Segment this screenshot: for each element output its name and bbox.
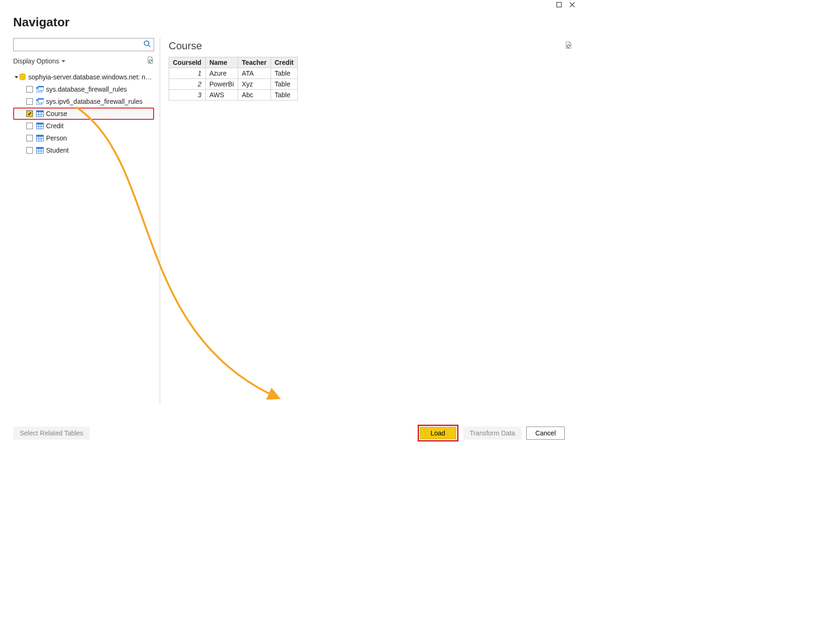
- tree-item-course[interactable]: Course: [13, 108, 154, 120]
- preview-title: Course: [169, 40, 202, 52]
- page-title: Navigator: [13, 15, 578, 30]
- tree-root-label: sophyia-server.database.windows.net: new…: [28, 73, 154, 81]
- column-header[interactable]: Teacher: [238, 57, 271, 68]
- pane-divider[interactable]: [160, 38, 160, 404]
- table-cell: 1: [169, 68, 206, 79]
- preview-table: CourseIdNameTeacherCredit 1AzureATATable…: [169, 57, 298, 101]
- column-header[interactable]: CourseId: [169, 57, 206, 68]
- refresh-preview-icon[interactable]: [147, 56, 154, 66]
- svg-line-4: [148, 45, 150, 47]
- expander-icon[interactable]: [14, 75, 19, 79]
- svg-rect-12: [38, 86, 44, 87]
- table-icon: [36, 110, 44, 117]
- database-icon: [19, 73, 27, 81]
- tree-item-checkbox[interactable]: [26, 135, 33, 141]
- table-cell: 3: [169, 90, 206, 101]
- navigator-tree: sophyia-server.database.windows.net: new…: [13, 71, 154, 156]
- tree-root[interactable]: sophyia-server.database.windows.net: new…: [13, 71, 154, 83]
- load-button-highlight: Load: [418, 425, 459, 442]
- table-cell: Azure: [205, 68, 238, 79]
- svg-marker-7: [15, 76, 18, 78]
- refresh-preview-icon[interactable]: [565, 41, 572, 51]
- search-input[interactable]: [16, 39, 143, 50]
- svg-rect-0: [557, 2, 561, 7]
- table-cell: 2: [169, 79, 206, 90]
- tree-item-checkbox[interactable]: [26, 110, 33, 117]
- tree-item-label: Student: [46, 147, 69, 154]
- tree-item-label: sys.database_firewall_rules: [46, 85, 127, 93]
- table-row[interactable]: 2PowerBiXyzTable: [169, 79, 298, 90]
- table-cell: Xyz: [238, 79, 271, 90]
- tree-item-checkbox[interactable]: [26, 98, 33, 105]
- transform-data-button[interactable]: Transform Data: [463, 427, 522, 440]
- svg-rect-28: [37, 135, 44, 137]
- close-icon[interactable]: [568, 1, 576, 8]
- table-cell: Table: [271, 68, 297, 79]
- column-header[interactable]: Credit: [271, 57, 297, 68]
- tree-item-checkbox[interactable]: [26, 147, 33, 154]
- tree-item-student[interactable]: Student: [13, 144, 154, 156]
- select-related-tables-button[interactable]: Select Related Tables: [13, 427, 90, 440]
- column-header[interactable]: Name: [205, 57, 238, 68]
- table-icon: [36, 135, 44, 141]
- svg-marker-5: [62, 60, 65, 62]
- cancel-button[interactable]: Cancel: [526, 427, 565, 440]
- tree-item-label: sys.ipv6_database_firewall_rules: [46, 98, 142, 105]
- search-icon[interactable]: [143, 40, 151, 49]
- svg-rect-18: [37, 111, 44, 113]
- tree-item-label: Course: [46, 110, 67, 117]
- tree-item-credit[interactable]: Credit: [13, 120, 154, 132]
- table-cell: Table: [271, 79, 297, 90]
- table-cell: Table: [271, 90, 297, 101]
- tree-item-checkbox[interactable]: [26, 123, 33, 129]
- tree-item-checkbox[interactable]: [26, 86, 33, 93]
- table-cell: PowerBi: [205, 79, 238, 90]
- table-cell: ATA: [238, 68, 271, 79]
- view-icon: [36, 98, 44, 105]
- table-icon: [36, 123, 44, 129]
- table-icon: [36, 147, 44, 154]
- svg-point-3: [144, 41, 149, 46]
- table-cell: AWS: [205, 90, 238, 101]
- svg-rect-16: [38, 98, 44, 100]
- display-options-dropdown[interactable]: Display Options: [13, 57, 66, 65]
- table-cell: Abc: [238, 90, 271, 101]
- tree-item-label: Person: [46, 134, 67, 142]
- chevron-down-icon: [61, 57, 66, 65]
- table-row[interactable]: 3AWSAbcTable: [169, 90, 298, 101]
- search-input-container[interactable]: [13, 38, 154, 51]
- svg-rect-23: [37, 123, 44, 125]
- tree-item-label: Credit: [46, 122, 63, 130]
- view-icon: [36, 86, 44, 93]
- svg-rect-33: [37, 147, 44, 149]
- tree-item-person[interactable]: Person: [13, 132, 154, 144]
- display-options-label: Display Options: [13, 57, 59, 65]
- load-button[interactable]: Load: [420, 427, 456, 439]
- tree-item-sys-ipv6-database-firewall-rules[interactable]: sys.ipv6_database_firewall_rules: [13, 95, 154, 108]
- tree-item-sys-database-firewall-rules[interactable]: sys.database_firewall_rules: [13, 83, 154, 95]
- maximize-icon[interactable]: [555, 1, 563, 8]
- table-row[interactable]: 1AzureATATable: [169, 68, 298, 79]
